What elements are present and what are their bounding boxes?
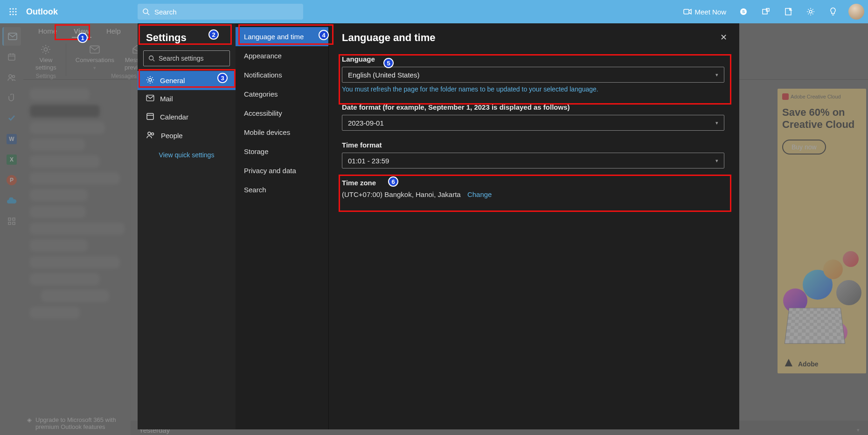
sub-notifications[interactable]: Notifications (236, 65, 328, 84)
notes-icon[interactable] (778, 2, 798, 21)
settings-nav-people[interactable]: People (138, 126, 236, 145)
svg-point-17 (809, 10, 812, 13)
settings-nav-mail[interactable]: Mail (138, 90, 236, 107)
settings-nav-column: Settings Search settings General Mail Ca… (138, 23, 236, 429)
svg-point-3 (9, 11, 11, 12)
svg-rect-37 (147, 113, 153, 119)
settings-content-panel: ✕ Language and time Language English (Un… (329, 23, 739, 429)
settings-modal: Settings Search settings General Mail Ca… (138, 23, 739, 429)
badge-2: 2 (208, 29, 219, 40)
chevron-down-icon: ▾ (715, 72, 718, 78)
settings-icon[interactable] (801, 2, 820, 21)
avatar[interactable] (848, 4, 864, 20)
badge-1: 1 (77, 33, 88, 43)
sub-privacy[interactable]: Privacy and data (236, 161, 328, 180)
svg-point-35 (149, 78, 152, 81)
svg-point-7 (12, 14, 14, 15)
time-format-select[interactable]: 01:01 - 23:59 ▾ (342, 153, 724, 168)
settings-title: Settings (138, 23, 236, 50)
settings-search-input[interactable]: Search settings (143, 50, 230, 66)
app-launcher-icon[interactable] (4, 2, 22, 21)
envelope-icon (146, 95, 154, 103)
svg-line-10 (147, 13, 149, 15)
top-bar: Outlook Search Meet Now S (0, 0, 868, 23)
svg-rect-36 (146, 95, 154, 101)
skype-icon[interactable]: S (734, 2, 753, 21)
sub-search[interactable]: Search (236, 180, 328, 199)
badge-3: 3 (217, 73, 228, 83)
svg-point-1 (12, 8, 14, 9)
svg-point-0 (9, 8, 11, 9)
chevron-down-icon: ▾ (715, 120, 718, 126)
people-icon (146, 131, 155, 140)
badge-4: 4 (319, 30, 329, 40)
svg-point-9 (143, 9, 148, 14)
sub-categories[interactable]: Categories (236, 84, 328, 104)
sub-storage[interactable]: Storage (236, 142, 328, 161)
svg-point-33 (149, 56, 153, 60)
date-format-select[interactable]: 2023-09-01 ▾ (342, 115, 724, 131)
svg-point-39 (148, 132, 151, 135)
svg-point-8 (15, 14, 16, 15)
time-format-label: Time format (342, 141, 726, 149)
date-format-label: Date format (for example, September 1, 2… (342, 103, 726, 111)
teams-icon[interactable] (756, 2, 776, 21)
timezone-change-link[interactable]: Change (467, 190, 492, 198)
sub-appearance[interactable]: Appearance (236, 46, 328, 65)
settings-sub-column: Language and time Appearance Notificatio… (236, 23, 329, 429)
svg-point-2 (15, 8, 16, 9)
meet-now-button[interactable]: Meet Now (679, 8, 731, 16)
svg-rect-11 (684, 9, 689, 14)
language-label: Language (342, 55, 726, 63)
svg-point-6 (9, 14, 11, 15)
badge-5: 5 (383, 58, 394, 68)
view-quick-settings-link[interactable]: View quick settings (138, 145, 236, 165)
svg-rect-15 (766, 8, 769, 11)
timezone-label: Time zone (342, 179, 726, 187)
panel-heading: Language and time (342, 32, 726, 44)
search-box[interactable]: Search (138, 4, 303, 20)
sub-language-time[interactable]: Language and time (236, 27, 328, 46)
svg-point-4 (12, 11, 14, 12)
svg-point-40 (152, 133, 154, 135)
language-hint[interactable]: You must refresh the page for the folder… (342, 85, 726, 93)
svg-line-34 (153, 60, 155, 62)
close-icon[interactable]: ✕ (716, 30, 731, 45)
badge-6: 6 (388, 176, 398, 187)
settings-nav-calendar[interactable]: Calendar (138, 107, 236, 126)
svg-point-5 (15, 11, 16, 12)
sub-accessibility[interactable]: Accessibility (236, 104, 328, 123)
app-name[interactable]: Outlook (26, 7, 58, 17)
sub-mobile[interactable]: Mobile devices (236, 123, 328, 142)
tips-icon[interactable] (823, 2, 843, 21)
gear-icon (146, 76, 154, 85)
timezone-value: (UTC+07:00) Bangkok, Hanoi, Jakarta (342, 190, 461, 198)
svg-text:S: S (742, 9, 745, 14)
calendar-icon (146, 112, 154, 122)
chevron-down-icon: ▾ (715, 158, 718, 164)
search-placeholder: Search (154, 8, 177, 16)
language-select[interactable]: English (United States) ▾ (342, 67, 724, 83)
